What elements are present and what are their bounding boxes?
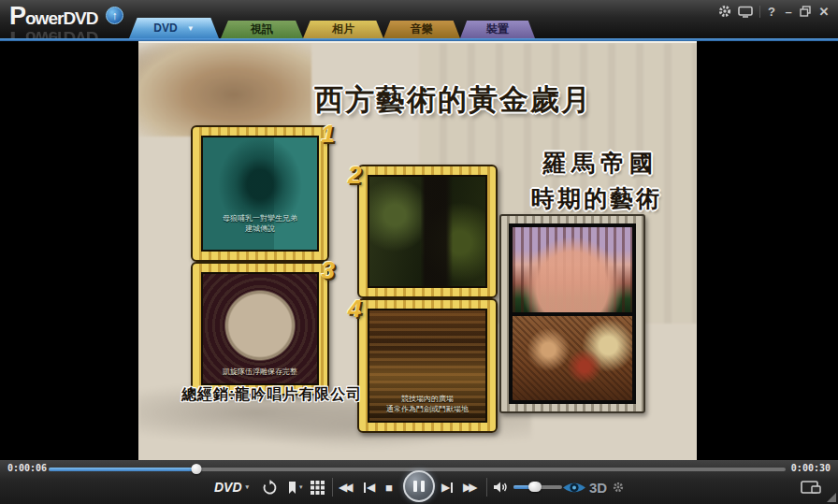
tv-mode-icon[interactable]: [738, 6, 753, 21]
chapter-2-image: [368, 175, 487, 288]
settings-gear-icon[interactable]: [718, 5, 731, 21]
tab-photo[interactable]: 相片: [303, 21, 383, 38]
chapter-2-number: 2: [348, 161, 361, 190]
restore-button[interactable]: [800, 6, 811, 20]
truetheater-eye-icon[interactable]: [562, 475, 586, 499]
preview-panel[interactable]: [499, 214, 645, 413]
help-button[interactable]: ?: [766, 5, 777, 19]
tab-music-label: 音樂: [411, 22, 433, 37]
chevron-down-icon: ▼: [187, 24, 195, 33]
distributor-text: 總經銷:龍吟唱片有限公司: [181, 385, 362, 405]
chevron-down-icon: ▾: [299, 483, 303, 491]
seek-thumb[interactable]: [191, 464, 201, 474]
chapter-1-thumbnail[interactable]: 1 母狼哺乳一對攣生兄弟 建城傳說: [191, 125, 329, 262]
chapter-3-number: 3: [322, 256, 335, 285]
resize-grip[interactable]: [827, 493, 836, 502]
rewind-button[interactable]: ◀◀: [339, 475, 350, 499]
tab-photo-label: 相片: [332, 22, 354, 37]
tab-dvd[interactable]: DVD▼: [129, 18, 219, 38]
tab-video[interactable]: 視訊: [221, 21, 303, 38]
chapter-4-caption: 競技場內的廣場 通常作為鬥劍或鬥獸場地: [369, 395, 485, 415]
menu-heading-line1: 羅馬帝國: [542, 148, 658, 179]
volume-mute-icon[interactable]: [493, 475, 508, 499]
volume-slider[interactable]: [513, 485, 562, 489]
next-button[interactable]: ▶: [441, 475, 453, 499]
seek-fill: [49, 468, 196, 471]
tab-device[interactable]: 裝置: [460, 21, 535, 38]
source-dvd-button[interactable]: DVD▾: [214, 475, 249, 499]
chapter-3-image: 凱旋隊伍浮雕保存完整: [201, 272, 319, 385]
tab-video-label: 視訊: [251, 22, 273, 37]
faded-painting-decoration: [138, 43, 311, 137]
pause-button[interactable]: [403, 470, 435, 502]
close-button[interactable]: ✕: [818, 5, 830, 19]
chapter-1-caption: 母狼哺乳一對攣生兄弟 建城傳說: [203, 214, 317, 235]
bookmark-icon[interactable]: ▾: [287, 475, 303, 499]
elapsed-time: 0:00:06: [7, 463, 47, 473]
display-device-icon[interactable]: [801, 475, 821, 499]
controls-divider: [486, 478, 487, 497]
previous-button[interactable]: ◀: [364, 475, 375, 499]
grid-menu-icon[interactable]: [311, 475, 325, 499]
volume-knob[interactable]: [528, 482, 542, 492]
menu-title: 西方藝術的黃金歲月: [314, 80, 688, 120]
stop-button[interactable]: ■: [385, 475, 393, 499]
preview-panel-inner: [509, 223, 636, 404]
chevron-down-icon: ▾: [246, 483, 250, 491]
total-time: 0:00:30: [791, 463, 831, 473]
chapter-2-thumbnail[interactable]: 2: [357, 165, 498, 298]
control-bar: 0:00:06 0:00:30 DVD▾ ▾ ◀◀ ◀ ■ ▶ ▶▶: [0, 460, 838, 504]
tab-dvd-label: DVD: [153, 22, 177, 35]
tab-music[interactable]: 音樂: [383, 21, 460, 38]
tab-device-label: 裝置: [486, 22, 509, 37]
3d-button[interactable]: 3D: [589, 475, 607, 499]
minimize-button[interactable]: –: [783, 5, 794, 19]
chapter-3-thumbnail[interactable]: 3 凱旋隊伍浮雕保存完整: [191, 262, 329, 396]
fast-forward-button[interactable]: ▶▶: [463, 475, 474, 499]
colosseum-exterior-image: [513, 227, 632, 312]
upgrade-icon[interactable]: ↑: [106, 7, 123, 24]
dvd-menu-video[interactable]: 西方藝術的黃金歲月 羅馬帝國 時期的藝術 1 母狼哺乳一對攣生兄弟 建城傳說 2…: [138, 41, 697, 460]
controls-divider: [332, 478, 333, 497]
chapter-3-caption: 凱旋隊伍浮雕保存完整: [203, 367, 317, 378]
window-controls-divider: [759, 6, 760, 18]
repeat-icon[interactable]: [262, 475, 278, 499]
title-bar: PowerDVD PowerDVD ↑ DVD▼ 視訊 相片 音樂 裝置 ? –…: [0, 0, 838, 38]
powerdvd-window: PowerDVD PowerDVD ↑ DVD▼ 視訊 相片 音樂 裝置 ? –…: [0, 0, 838, 504]
menu-heading-line2: 時期的藝術: [531, 183, 662, 214]
chapter-4-image: 競技場內的廣場 通常作為鬥劍或鬥獸場地: [368, 309, 487, 423]
chapter-4-number: 4: [348, 295, 361, 324]
3d-settings-gear-icon[interactable]: [613, 475, 624, 499]
chapter-1-number: 1: [322, 120, 335, 149]
chapter-1-image: 母狼哺乳一對攣生兄弟 建城傳說: [201, 136, 319, 252]
chapter-4-thumbnail[interactable]: 4 競技場內的廣場 通常作為鬥劍或鬥獸場地: [357, 298, 498, 433]
battle-painting-image: [513, 316, 632, 401]
